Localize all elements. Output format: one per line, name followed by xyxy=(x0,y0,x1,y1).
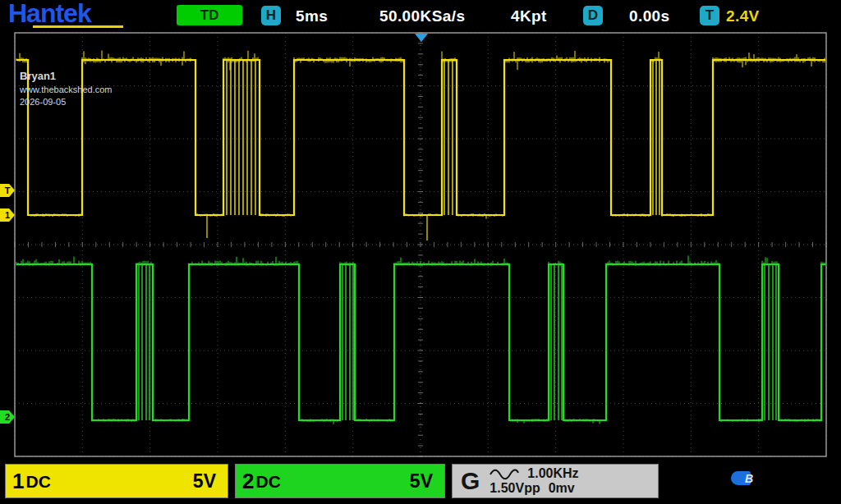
generator-offset: 0mv xyxy=(549,481,575,496)
delay-badge: D xyxy=(583,6,603,25)
sine-wave-icon xyxy=(489,469,519,480)
header-bar: Hantek TD H 5ms 50.00KSa/s 4Kpt D 0.00s … xyxy=(0,0,841,31)
user-watermark: Bryan1 www.thebackshed.com 2026-09-05 xyxy=(20,69,113,108)
graticule-waveform-canvas xyxy=(0,0,841,504)
channel2-number: 2 xyxy=(242,469,254,494)
watermark-name: Bryan1 xyxy=(20,69,113,84)
watermark-url: www.thebackshed.com xyxy=(20,84,113,96)
trigger-badge: T xyxy=(700,6,719,25)
channel1-status-box[interactable]: 1 DC 5V xyxy=(5,464,228,498)
channel1-coupling: DC xyxy=(25,472,50,492)
watermark-date: 2026-09-05 xyxy=(20,96,113,108)
generator-frequency: 1.00KHz xyxy=(527,466,578,481)
trigger-position-marker-icon[interactable] xyxy=(415,34,428,42)
sample-rate-readout: 50.00KSa/s xyxy=(379,7,465,25)
channel2-coupling: DC xyxy=(255,472,280,492)
generator-status-box[interactable]: G 1.00KHz 1.50Vpp 0mv xyxy=(452,464,659,498)
channel1-scale: 5V xyxy=(193,470,216,493)
memory-depth-readout: 4Kpt xyxy=(511,7,547,25)
battery-label: B xyxy=(745,472,753,485)
trigger-level-readout: 2.4V xyxy=(726,7,760,25)
generator-readouts: 1.00KHz 1.50Vpp 0mv xyxy=(489,466,578,496)
timebase-readout: 5ms xyxy=(296,7,328,25)
horizontal-delay-readout: 0.00s xyxy=(629,7,670,25)
channel2-status-box[interactable]: 2 DC 5V xyxy=(235,464,445,498)
hantek-logo: Hantek xyxy=(8,0,91,29)
oscilloscope-screen: Hantek TD H 5ms 50.00KSa/s 4Kpt D 0.00s … xyxy=(0,0,841,504)
channel2-scale: 5V xyxy=(410,470,433,493)
generator-amplitude: 1.50Vpp xyxy=(489,481,540,496)
generator-label: G xyxy=(461,467,480,495)
battery-indicator: B xyxy=(731,471,753,485)
channel1-number: 1 xyxy=(12,469,24,494)
logo-underline-accent xyxy=(33,25,123,28)
horizontal-badge: H xyxy=(261,6,281,25)
footer-bar: 1 DC 5V 2 DC 5V G 1.00KHz 1.50Vpp 0mv xyxy=(0,460,841,504)
trigger-status-badge: TD xyxy=(177,5,242,25)
